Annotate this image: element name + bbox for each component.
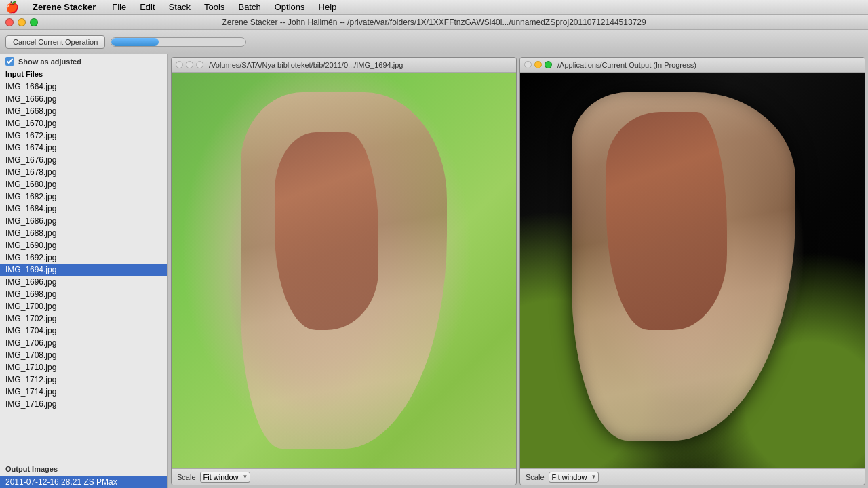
- right-panel-title: /Applications/Current Output (In Progres…: [557, 61, 696, 69]
- right-image-panel: /Applications/Current Output (In Progres…: [519, 57, 865, 485]
- apple-menu-icon[interactable]: 🍎: [5, 1, 19, 14]
- file-item[interactable]: IMG_1686.jpg: [0, 215, 167, 227]
- output-item-selected[interactable]: 2011-07-12-16.28.21 ZS PMax: [0, 476, 167, 488]
- menubar-tools[interactable]: Tools: [199, 1, 230, 13]
- maximize-button[interactable]: [30, 18, 38, 26]
- left-scale-select[interactable]: Fit window 25% 50% 75% 100% 150% 200%: [200, 472, 250, 483]
- cancel-button[interactable]: Cancel Current Operation: [5, 35, 105, 49]
- show-adjusted-label: Show as adjusted: [18, 58, 81, 66]
- main-content: Show as adjusted Input Files IMG_1664.jp…: [0, 54, 868, 488]
- file-item[interactable]: IMG_1666.jpg: [0, 93, 167, 105]
- file-item[interactable]: IMG_1716.jpg: [0, 398, 167, 410]
- file-item[interactable]: IMG_1702.jpg: [0, 312, 167, 325]
- file-item[interactable]: IMG_1674.jpg: [0, 142, 167, 154]
- window-title: Zerene Stacker -- John Hallmén -- /priva…: [222, 18, 646, 27]
- menubar-options[interactable]: Options: [269, 1, 311, 13]
- right-panel-image: [520, 73, 865, 468]
- left-image-panel: /Volumes/SATA/Nya biblioteket/bib/2011/0…: [171, 57, 517, 485]
- file-item[interactable]: IMG_1706.jpg: [0, 337, 167, 349]
- menubar: 🍎 Zerene Stacker File Edit Stack Tools B…: [0, 0, 868, 15]
- file-item[interactable]: IMG_1690.jpg: [0, 239, 167, 251]
- image-panels: /Volumes/SATA/Nya biblioteket/bib/2011/0…: [168, 54, 868, 488]
- toolbar: Cancel Current Operation: [0, 30, 868, 54]
- file-item[interactable]: IMG_1676.jpg: [0, 154, 167, 166]
- window-controls: [5, 18, 38, 26]
- file-item[interactable]: IMG_1678.jpg: [0, 166, 167, 178]
- left-panel-titlebar: /Volumes/SATA/Nya biblioteket/bib/2011/0…: [172, 58, 516, 73]
- right-scale-wrapper: Fit window 25% 50% 75% 100% 150% 200% ▼: [549, 472, 599, 483]
- right-panel-close-button[interactable]: [524, 61, 532, 68]
- file-item[interactable]: IMG_1688.jpg: [0, 227, 167, 239]
- file-item[interactable]: IMG_1708.jpg: [0, 349, 167, 361]
- left-panel-image: [172, 73, 516, 468]
- file-item[interactable]: IMG_1714.jpg: [0, 386, 167, 398]
- file-item[interactable]: IMG_1704.jpg: [0, 325, 167, 337]
- file-item[interactable]: IMG_1700.jpg: [0, 300, 167, 312]
- progress-bar: [111, 37, 246, 47]
- left-panel-close-button[interactable]: [176, 61, 183, 68]
- menubar-help[interactable]: Help: [313, 1, 342, 13]
- menubar-batch[interactable]: Batch: [233, 1, 266, 13]
- progress-fill: [111, 38, 158, 46]
- file-item[interactable]: IMG_1710.jpg: [0, 361, 167, 373]
- file-item[interactable]: IMG_1684.jpg: [0, 203, 167, 215]
- menubar-stack[interactable]: Stack: [163, 1, 197, 13]
- file-item[interactable]: IMG_1668.jpg: [0, 105, 167, 117]
- minimize-button[interactable]: [18, 18, 26, 26]
- menubar-file[interactable]: File: [106, 1, 132, 13]
- file-item[interactable]: IMG_1680.jpg: [0, 178, 167, 190]
- right-panel-max-button[interactable]: [545, 61, 552, 68]
- file-item[interactable]: IMG_1664.jpg: [0, 81, 167, 93]
- close-button[interactable]: [5, 18, 14, 26]
- right-panel-titlebar: /Applications/Current Output (In Progres…: [520, 58, 865, 73]
- menubar-app-name[interactable]: Zerene Stacker: [27, 1, 101, 13]
- output-images-label: Output Images: [0, 462, 167, 476]
- show-adjusted-checkbox[interactable]: [5, 57, 14, 66]
- left-panel-statusbar: Scale Fit window 25% 50% 75% 100% 150% 2…: [172, 468, 516, 485]
- right-panel-min-button[interactable]: [534, 61, 542, 68]
- input-files-header: Show as adjusted: [0, 54, 167, 68]
- file-item[interactable]: IMG_1670.jpg: [0, 117, 167, 129]
- menubar-edit[interactable]: Edit: [134, 1, 160, 13]
- left-panel-title: /Volumes/SATA/Nya biblioteket/bib/2011/0…: [209, 61, 403, 69]
- file-item[interactable]: IMG_1712.jpg: [0, 373, 167, 386]
- file-item[interactable]: IMG_1672.jpg: [0, 129, 167, 142]
- input-files-label: Input Files: [0, 68, 167, 81]
- right-scale-label: Scale: [526, 473, 545, 481]
- right-scale-select[interactable]: Fit window 25% 50% 75% 100% 150% 200%: [549, 472, 599, 483]
- right-panel-statusbar: Scale Fit window 25% 50% 75% 100% 150% 2…: [520, 468, 865, 485]
- titlebar: Zerene Stacker -- John Hallmén -- /priva…: [0, 15, 868, 30]
- left-scale-label: Scale: [177, 473, 196, 481]
- file-item-selected[interactable]: IMG_1694.jpg: [0, 264, 167, 276]
- left-panel-max-button[interactable]: [196, 61, 203, 68]
- file-item[interactable]: IMG_1692.jpg: [0, 251, 167, 264]
- file-item[interactable]: IMG_1698.jpg: [0, 288, 167, 300]
- left-scale-wrapper: Fit window 25% 50% 75% 100% 150% 200% ▼: [200, 472, 250, 483]
- sidebar: Show as adjusted Input Files IMG_1664.jp…: [0, 54, 168, 488]
- left-panel-min-button[interactable]: [186, 61, 193, 68]
- file-item[interactable]: IMG_1696.jpg: [0, 276, 167, 288]
- file-item[interactable]: IMG_1682.jpg: [0, 190, 167, 203]
- file-list[interactable]: IMG_1664.jpg IMG_1666.jpg IMG_1668.jpg I…: [0, 81, 167, 456]
